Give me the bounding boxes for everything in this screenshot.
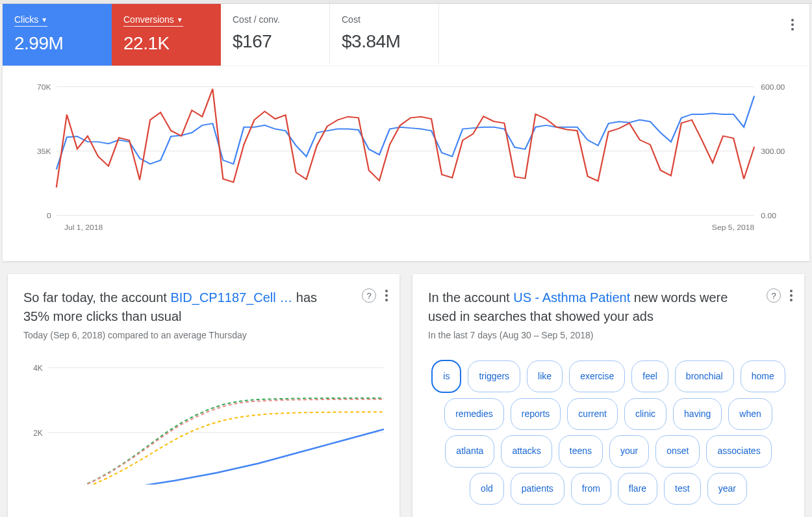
search-term-chip[interactable]: exercise xyxy=(569,360,625,392)
xtick-end: Sep 5, 2018 xyxy=(712,224,754,231)
help-icon[interactable]: ? xyxy=(767,288,781,303)
insight1-title: So far today, the account BID_CP1187_Cel… xyxy=(23,288,345,326)
metric-cost-label: Cost xyxy=(342,14,361,25)
chevron-down-icon: ▼ xyxy=(177,16,183,23)
insight2-pre: In the account xyxy=(428,290,513,305)
search-term-chip[interactable]: is xyxy=(431,360,461,393)
search-term-chip[interactable]: home xyxy=(741,360,785,392)
search-term-chip[interactable]: year xyxy=(707,473,747,505)
insight1-pre: So far today, the account xyxy=(23,290,170,305)
search-term-chip[interactable]: remedies xyxy=(444,398,504,430)
search-term-chips: istriggerslikeexercisefeelbronchialhomer… xyxy=(428,357,789,507)
ytick-right-1: 300.00 xyxy=(761,148,785,155)
mini-ytick-0: 4K xyxy=(33,364,43,373)
ytick-left-1: 35K xyxy=(37,148,51,155)
series-conversions xyxy=(57,89,754,188)
search-term-chip[interactable]: current xyxy=(567,398,618,430)
series-clicks xyxy=(57,96,754,170)
time-series-chart[interactable]: 70K 35K 0 600.00 300.00 0.00 Jul 1, 2018… xyxy=(3,66,809,261)
mini-ytick-1: 2K xyxy=(33,429,43,438)
search-term-chip[interactable]: from xyxy=(571,473,611,505)
search-term-chip[interactable]: triggers xyxy=(468,360,520,392)
metric-conversions[interactable]: Conversions ▼ 22.1K xyxy=(112,4,221,66)
search-term-chip[interactable]: onset xyxy=(655,435,700,467)
search-term-chip[interactable]: attacks xyxy=(501,435,552,467)
ytick-right-2: 0.00 xyxy=(761,212,776,220)
search-term-chip[interactable]: flare xyxy=(618,473,657,505)
overview-menu-button[interactable] xyxy=(785,17,800,32)
metric-clicks[interactable]: Clicks ▼ 2.99M xyxy=(3,4,112,66)
insight1-account-link[interactable]: BID_CP1187_Cell … xyxy=(170,290,292,305)
ytick-left-2: 0 xyxy=(47,212,51,220)
series-today xyxy=(49,429,384,485)
search-term-chip[interactable]: associates xyxy=(706,435,771,467)
search-term-chip[interactable]: atlanta xyxy=(445,435,494,467)
xtick-start: Jul 1, 2018 xyxy=(64,224,103,231)
series-avg-upper xyxy=(49,398,384,485)
series-avg-lower xyxy=(49,412,384,485)
search-term-chip[interactable]: teens xyxy=(559,435,603,467)
more-icon[interactable] xyxy=(787,287,795,304)
ytick-right-0: 600.00 xyxy=(761,84,785,91)
insight1-chart[interactable]: 4K 2K xyxy=(23,355,384,485)
search-term-chip[interactable]: old xyxy=(470,473,504,505)
more-icon xyxy=(789,16,796,33)
metric-cost-value: $3.84M xyxy=(342,31,427,52)
metric-cost-per-conv-value: $167 xyxy=(233,31,318,52)
insight2-account-link[interactable]: US - Asthma Patient xyxy=(513,290,630,305)
insight2-title: In the account US - Asthma Patient new w… xyxy=(428,288,750,326)
metric-cost[interactable]: Cost $3.84M xyxy=(330,4,439,64)
search-term-chip[interactable]: your xyxy=(609,435,649,467)
search-term-chip[interactable]: feel xyxy=(631,360,668,392)
metric-clicks-value: 2.99M xyxy=(14,33,100,54)
search-term-chip[interactable]: when xyxy=(728,398,772,430)
insight-search-terms-card: ? In the account US - Asthma Patient new… xyxy=(412,274,804,517)
metric-cost-per-conv-label: Cost / conv. xyxy=(233,14,280,25)
help-icon[interactable]: ? xyxy=(362,288,376,303)
search-term-chip[interactable]: bronchial xyxy=(675,360,734,392)
overview-card: Clicks ▼ 2.99M Conversions ▼ 22.1K Cost … xyxy=(3,4,809,261)
search-term-chip[interactable]: having xyxy=(673,398,722,430)
insight-clicks-anomaly-card: ? So far today, the account BID_CP1187_C… xyxy=(8,274,400,517)
metric-conversions-value: 22.1K xyxy=(123,33,209,54)
metric-cost-per-conv[interactable]: Cost / conv. $167 xyxy=(221,4,330,64)
search-term-chip[interactable]: patients xyxy=(511,473,565,505)
insight1-subtitle: Today (Sep 6, 2018) compared to an avera… xyxy=(23,330,384,340)
more-icon[interactable] xyxy=(383,287,390,304)
ytick-left-0: 70K xyxy=(37,84,51,91)
insight2-subtitle: In the last 7 days (Aug 30 – Sep 5, 2018… xyxy=(428,330,789,340)
search-term-chip[interactable]: reports xyxy=(511,398,561,430)
search-term-chip[interactable]: like xyxy=(527,360,563,392)
chevron-down-icon: ▼ xyxy=(41,16,47,23)
metrics-row: Clicks ▼ 2.99M Conversions ▼ 22.1K Cost … xyxy=(3,4,809,66)
search-term-chip[interactable]: clinic xyxy=(624,398,666,430)
search-term-chip[interactable]: test xyxy=(664,473,701,505)
metric-clicks-label: Clicks xyxy=(14,14,38,25)
metric-conversions-label: Conversions xyxy=(123,14,174,25)
